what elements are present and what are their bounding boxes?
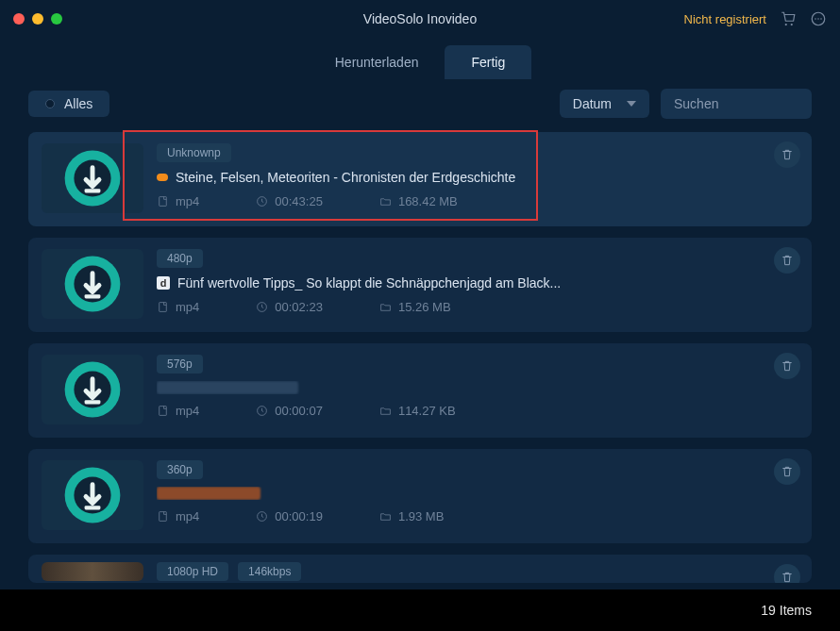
item-title: Fünf wertvolle Tipps_ So klappt die Schn…: [177, 275, 561, 291]
thumbnail: [42, 143, 143, 213]
svg-point-1: [791, 24, 793, 25]
svg-point-4: [817, 18, 819, 20]
svg-rect-8: [85, 189, 101, 192]
delete-button[interactable]: [774, 353, 800, 379]
item-details: UnknownpSteine, Felsen, Meteoriten - Chr…: [157, 143, 759, 213]
search-input[interactable]: [661, 89, 812, 119]
tab-done[interactable]: Fertig: [445, 45, 531, 79]
item-details: 1080p HD146kbps: [157, 562, 759, 583]
size-meta: 168.42 MB: [379, 194, 458, 208]
item-details: 480pdFünf wertvolle Tipps_ So klappt die…: [157, 249, 759, 319]
chevron-down-icon: [627, 101, 636, 107]
item-title-line: Steine, Felsen, Meteoriten - Chronisten …: [157, 170, 759, 185]
thumbnail: [42, 355, 143, 424]
quality-badge: Unknownp: [157, 143, 231, 162]
svg-rect-18: [85, 400, 101, 404]
format-meta: mp4: [157, 404, 199, 418]
sort-label: Datum: [573, 96, 612, 111]
source-icon: d: [157, 276, 170, 290]
svg-rect-23: [85, 506, 101, 509]
duration-meta: 00:02:23: [256, 300, 323, 314]
traffic-lights: [13, 13, 62, 25]
size-meta: 1.93 MB: [379, 509, 444, 523]
item-meta: mp4 00:00:19 1.93 MB: [157, 509, 759, 523]
svg-rect-14: [160, 303, 167, 312]
item-meta: mp4 00:43:25 168.42 MB: [157, 194, 759, 208]
svg-rect-13: [85, 294, 101, 298]
delete-button[interactable]: [774, 458, 800, 485]
duration-meta: 00:00:19: [256, 509, 323, 523]
item-title-line: [157, 381, 759, 394]
not-registered-label[interactable]: Nicht registriert: [684, 12, 766, 26]
chat-icon[interactable]: [810, 10, 827, 27]
minimize-window-button[interactable]: [32, 13, 43, 25]
download-item[interactable]: 1080p HD146kbps: [28, 555, 812, 583]
quality-badge: 576p: [157, 355, 203, 374]
bitrate-badge: 146kbps: [238, 562, 301, 581]
item-title-blurred: [157, 487, 260, 500]
close-window-button[interactable]: [13, 13, 25, 25]
delete-button[interactable]: [774, 247, 800, 274]
item-title: Steine, Felsen, Meteoriten - Chronisten …: [176, 170, 515, 185]
maximize-window-button[interactable]: [51, 13, 62, 25]
svg-point-0: [785, 24, 787, 25]
download-item[interactable]: 480pdFünf wertvolle Tipps_ So klappt die…: [28, 238, 812, 332]
filter-all-label: Alles: [64, 96, 92, 111]
filter-all-button[interactable]: Alles: [28, 91, 109, 117]
thumbnail: [42, 460, 143, 530]
download-item[interactable]: 576p mp4 00:00:07 114.27 KB: [28, 343, 812, 438]
format-meta: mp4: [157, 194, 199, 208]
item-title-blurred: [157, 381, 298, 394]
duration-meta: 00:00:07: [256, 404, 323, 418]
format-meta: mp4: [157, 300, 199, 314]
delete-button[interactable]: [774, 141, 800, 168]
delete-button[interactable]: [774, 564, 800, 583]
tab-download[interactable]: Herunterladen: [309, 45, 445, 79]
window-title: VideoSolo Inovideo: [363, 11, 477, 26]
download-item[interactable]: 360p mp4 00:00:19 1.93 MB: [28, 449, 812, 543]
svg-point-3: [815, 18, 816, 20]
sort-dropdown[interactable]: Datum: [560, 90, 649, 118]
thumbnail: [42, 562, 143, 581]
svg-rect-9: [160, 197, 167, 207]
footer-bar: 19 Items: [0, 589, 840, 631]
duration-meta: 00:43:25: [256, 194, 323, 208]
svg-point-5: [820, 18, 822, 20]
cart-icon[interactable]: [780, 10, 797, 27]
svg-rect-24: [160, 512, 167, 522]
quality-badge: 480p: [157, 249, 203, 268]
item-count: 19 Items: [761, 603, 812, 618]
source-icon: [157, 174, 168, 181]
toolbar: Alles Datum: [0, 79, 840, 128]
format-meta: mp4: [157, 509, 199, 523]
downloads-list: UnknownpSteine, Felsen, Meteoriten - Chr…: [0, 128, 840, 583]
quality-badge: 1080p HD: [157, 562, 228, 581]
item-details: 360p mp4 00:00:19 1.93 MB: [157, 460, 759, 530]
svg-rect-19: [160, 407, 167, 416]
radio-dot-icon: [45, 99, 55, 108]
tabs: Herunterladen Fertig: [0, 38, 840, 79]
thumbnail: [42, 249, 143, 319]
item-title-line: [157, 487, 759, 500]
download-item[interactable]: UnknownpSteine, Felsen, Meteoriten - Chr…: [28, 132, 812, 226]
item-meta: mp4 00:02:23 15.26 MB: [157, 300, 759, 314]
header-right: Nicht registriert: [684, 10, 827, 27]
item-details: 576p mp4 00:00:07 114.27 KB: [157, 355, 759, 424]
size-meta: 15.26 MB: [379, 300, 451, 314]
titlebar: VideoSolo Inovideo Nicht registriert: [0, 0, 840, 38]
quality-badge: 360p: [157, 460, 203, 479]
size-meta: 114.27 KB: [379, 404, 456, 418]
item-title-line: dFünf wertvolle Tipps_ So klappt die Sch…: [157, 275, 759, 291]
item-meta: mp4 00:00:07 114.27 KB: [157, 404, 759, 418]
